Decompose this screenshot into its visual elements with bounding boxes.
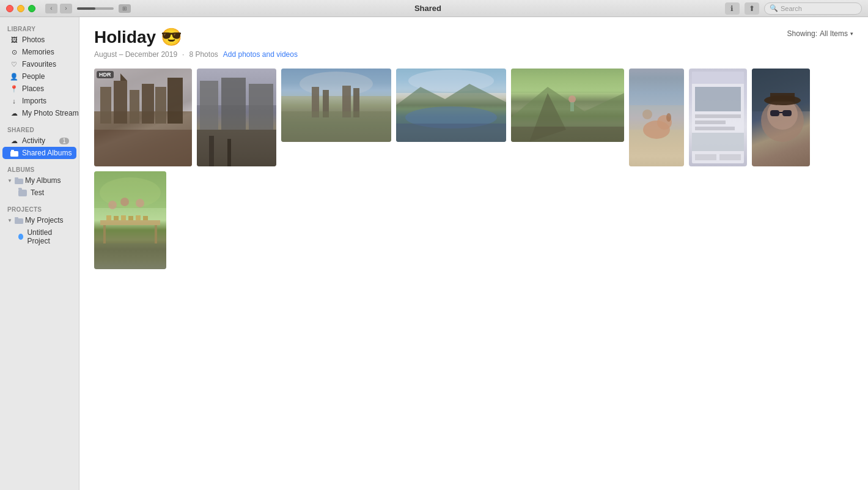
svg-point-48 <box>642 110 652 119</box>
photo-thumb[interactable] <box>281 69 391 142</box>
sidebar-item-test[interactable]: Test <box>2 187 76 199</box>
svg-rect-50 <box>692 72 744 84</box>
zoom-slider-area <box>77 7 114 10</box>
search-icon: 🔍 <box>770 4 778 12</box>
svg-rect-2 <box>15 179 23 184</box>
sidebar-item-label: People <box>22 72 69 81</box>
my-albums-group[interactable]: ▼ My Albums <box>2 174 76 187</box>
svg-rect-72 <box>103 225 106 243</box>
sidebar-item-myphotostream[interactable]: ☁ My Photo Stream <box>2 107 76 119</box>
photo-thumb[interactable] <box>197 69 276 166</box>
svg-rect-79 <box>143 216 148 220</box>
svg-rect-42 <box>629 69 684 105</box>
showing-filter: Showing: All Items ▾ <box>787 29 853 38</box>
svg-rect-11 <box>130 90 139 124</box>
app-body: Library 🖼 Photos ⊙ Memories ♡ Favourites… <box>0 17 868 490</box>
sidebar-item-imports[interactable]: ↓ Imports <box>2 95 76 107</box>
svg-rect-55 <box>692 133 744 151</box>
activity-badge: 1 <box>59 138 69 144</box>
photo-thumb[interactable] <box>511 69 624 142</box>
people-icon: 👤 <box>10 72 18 81</box>
sidebar-item-label: Activity <box>22 136 56 145</box>
grid-view-button[interactable]: ⊞ <box>119 4 131 13</box>
sidebar-item-people[interactable]: 👤 People <box>2 70 76 83</box>
sidebar-item-memories[interactable]: ⊙ Memories <box>2 46 76 58</box>
svg-rect-19 <box>249 84 273 130</box>
main-content: Holiday 😎 August – December 2019 · 8 Pho… <box>79 17 868 490</box>
test-folder-icon <box>18 190 27 196</box>
photo-thumb[interactable] <box>629 69 684 166</box>
svg-rect-62 <box>782 110 792 116</box>
sidebar-item-favourites[interactable]: ♡ Favourites <box>2 58 76 70</box>
photos-icon: 🖼 <box>10 35 18 44</box>
sharedalbums-icon <box>10 149 18 157</box>
photo-thumb[interactable] <box>94 171 166 269</box>
showing-value: All Items <box>820 29 848 38</box>
meta-separator: · <box>182 50 184 59</box>
photo-thumb[interactable] <box>396 69 506 142</box>
svg-rect-15 <box>94 130 192 166</box>
svg-point-47 <box>666 113 671 122</box>
svg-rect-51 <box>695 87 741 111</box>
back-button[interactable]: ‹ <box>45 4 57 13</box>
svg-point-39 <box>568 95 576 103</box>
svg-rect-9 <box>114 81 127 124</box>
zoom-slider[interactable] <box>77 7 114 10</box>
svg-rect-1 <box>11 150 14 152</box>
forward-button[interactable]: › <box>60 4 72 13</box>
search-box[interactable]: 🔍 Search <box>764 2 862 15</box>
info-button[interactable]: ℹ <box>725 2 740 15</box>
svg-point-70 <box>136 199 144 207</box>
svg-rect-30 <box>281 111 391 142</box>
svg-rect-71 <box>100 220 160 225</box>
titlebar-left: ‹ › ⊞ <box>6 4 131 13</box>
library-section-label: Library <box>0 22 79 34</box>
svg-rect-13 <box>155 87 166 124</box>
photo-grid: HDR <box>79 59 868 490</box>
chevron-down-icon[interactable]: ▾ <box>850 31 853 37</box>
sidebar-item-sharedalbums[interactable]: Shared Albums <box>2 147 76 159</box>
my-albums-label: My Albums <box>25 176 61 185</box>
photo-thumb[interactable] <box>689 69 747 166</box>
svg-rect-61 <box>770 110 779 116</box>
showing-label: Showing: <box>787 29 817 38</box>
svg-rect-76 <box>121 215 126 220</box>
svg-rect-8 <box>100 87 111 124</box>
search-placeholder: Search <box>781 5 802 12</box>
sidebar-item-places[interactable]: 📍 Places <box>2 83 76 95</box>
sidebar-item-untitled-project[interactable]: Untitled Project <box>2 226 76 247</box>
sidebar-item-activity[interactable]: ☁ Activity 1 <box>2 135 76 147</box>
shared-section-label: Shared <box>0 123 79 135</box>
share-button[interactable]: ⬆ <box>745 2 759 15</box>
svg-rect-65 <box>770 93 795 102</box>
titlebar-right: ℹ ⬆ 🔍 Search <box>725 2 862 15</box>
svg-rect-12 <box>142 84 154 124</box>
close-button[interactable] <box>6 5 13 12</box>
add-photos-link[interactable]: Add photos and videos <box>223 50 298 59</box>
svg-rect-36 <box>511 69 624 93</box>
svg-rect-80 <box>94 243 166 269</box>
svg-rect-73 <box>155 225 157 243</box>
minimize-button[interactable] <box>17 5 24 12</box>
photo-thumb[interactable]: HDR <box>94 69 192 166</box>
photo-thumb[interactable] <box>752 69 810 166</box>
album-meta: August – December 2019 · 8 Photos Add ph… <box>94 50 853 59</box>
photo-count: 8 Photos <box>189 50 218 59</box>
svg-rect-54 <box>695 127 735 130</box>
my-albums-folder-icon <box>15 177 23 184</box>
sidebar-item-photos[interactable]: 🖼 Photos <box>2 34 76 46</box>
my-projects-group[interactable]: ▼ My Projects <box>2 214 76 226</box>
sidebar-item-label: Photos <box>22 35 69 44</box>
svg-point-69 <box>120 198 129 206</box>
sidebar-item-label: Untitled Project <box>27 228 69 245</box>
hdr-badge: HDR <box>97 71 114 78</box>
svg-rect-41 <box>511 127 624 142</box>
my-projects-folder-icon <box>15 217 23 224</box>
svg-rect-77 <box>128 216 133 220</box>
svg-point-68 <box>108 201 117 209</box>
projects-section-label: Projects <box>0 202 79 214</box>
traffic-lights <box>6 5 35 12</box>
sidebar-item-label: Imports <box>22 97 69 105</box>
nav-buttons: ‹ › <box>45 4 72 13</box>
maximize-button[interactable] <box>28 5 35 12</box>
